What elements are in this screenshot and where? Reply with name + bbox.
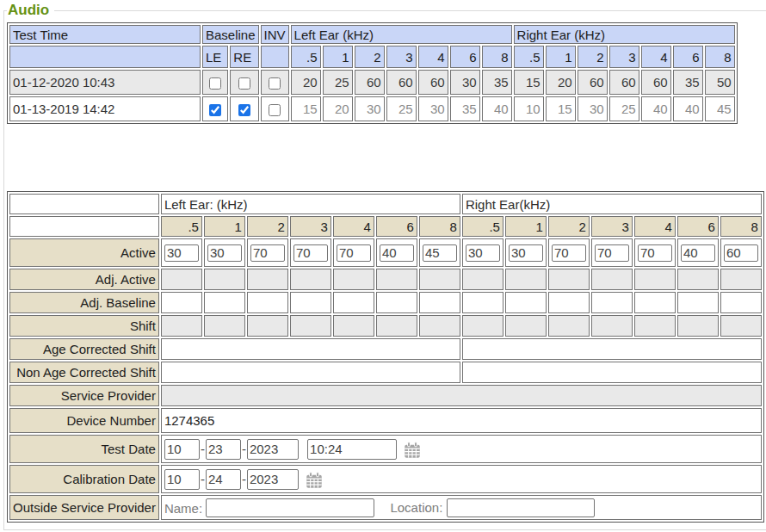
value-cell: 50 (705, 70, 735, 95)
baseline-re-checkbox[interactable] (238, 104, 250, 116)
inv-checkbox[interactable] (269, 77, 281, 90)
freq-header: 6 (376, 216, 417, 237)
active-input[interactable] (681, 244, 715, 262)
test-date-day-input[interactable] (206, 439, 241, 460)
active-input[interactable] (509, 244, 543, 262)
freq-header: 4 (333, 216, 374, 237)
history-row: 01-12-2020 10:43 20 25 60 60 60 30 35 15… (9, 70, 735, 95)
outside-provider-location-input[interactable] (447, 498, 595, 517)
active-input[interactable] (250, 244, 285, 262)
calibration-date-year-input[interactable] (247, 469, 299, 490)
readonly-cell (591, 269, 633, 290)
spacer-cell (9, 194, 159, 214)
active-input[interactable] (164, 244, 199, 262)
age-corrected-shift-left (161, 338, 460, 360)
service-provider-value (161, 385, 762, 406)
spacer-header (9, 46, 201, 68)
test-date-month-input[interactable] (164, 439, 200, 460)
active-input[interactable] (207, 244, 242, 262)
readonly-cell (333, 315, 374, 337)
value-cell: 40 (641, 96, 671, 121)
freq-header: 2 (247, 216, 288, 237)
freq-header: 8 (705, 46, 735, 68)
freq-header: 1 (505, 216, 547, 237)
empty-cell (419, 292, 460, 313)
test-time-value: 01-12-2020 10:43 (9, 70, 201, 95)
freq-header: 1 (323, 46, 353, 68)
active-input[interactable] (337, 244, 371, 262)
freq-header: 2 (548, 216, 590, 237)
value-cell: 60 (355, 70, 385, 95)
test-time-input[interactable] (307, 439, 397, 460)
value-cell: 30 (418, 96, 448, 121)
active-input[interactable] (380, 244, 414, 262)
baseline-history-table: Test Time Baseline INV Left Ear (kHz) Ri… (7, 22, 738, 124)
active-input[interactable] (552, 244, 586, 262)
spacer-cell (9, 216, 159, 237)
calibration-date-day-input[interactable] (206, 469, 241, 490)
value-cell: 25 (386, 96, 417, 121)
freq-header: .5 (462, 216, 503, 237)
inv-checkbox[interactable] (269, 104, 281, 116)
value-cell: 15 (291, 96, 321, 121)
readonly-cell (419, 269, 460, 290)
value-cell: 60 (578, 70, 608, 95)
outside-provider-name-input[interactable] (206, 498, 374, 517)
baseline-re-checkbox[interactable] (238, 77, 250, 90)
empty-cell (548, 292, 590, 313)
col-header-left-ear: Left Ear (kHz) (291, 25, 512, 44)
active-input[interactable] (595, 244, 629, 262)
calibration-date-month-input[interactable] (164, 469, 200, 490)
date-separator: - (241, 472, 247, 486)
readonly-cell (677, 269, 719, 290)
device-number-value: 1274365 (161, 408, 762, 433)
value-cell: 30 (578, 96, 608, 121)
row-label-service-provider: Service Provider (9, 385, 159, 406)
age-corrected-shift-right (462, 338, 762, 360)
freq-header: 3 (591, 216, 633, 237)
active-input[interactable] (724, 244, 758, 262)
value-cell: 35 (482, 70, 512, 95)
value-cell: 45 (705, 96, 735, 121)
baseline-le-checkbox[interactable] (209, 77, 221, 90)
non-age-corrected-shift-right (462, 362, 762, 383)
calendar-icon[interactable] (306, 472, 323, 489)
freq-header: 4 (634, 216, 676, 237)
freq-header: 2 (578, 46, 608, 68)
row-label-non-age-corrected-shift: Non Age Corrected Shift (9, 362, 159, 383)
readonly-cell (204, 315, 245, 337)
baseline-le-checkbox[interactable] (209, 104, 221, 116)
left-ear-header: Left Ear: (kHz) (161, 194, 460, 214)
value-cell: 20 (291, 70, 321, 95)
spacer-header (261, 46, 289, 68)
freq-header: 3 (609, 46, 639, 68)
readonly-cell (720, 269, 762, 290)
value-cell: 35 (673, 70, 703, 95)
right-ear-header: Right Ear(kHz) (462, 194, 762, 214)
active-input[interactable] (293, 244, 328, 262)
date-separator: - (200, 472, 206, 486)
value-cell: 30 (450, 70, 480, 95)
freq-header: 6 (450, 46, 480, 68)
calendar-icon[interactable] (404, 442, 421, 459)
test-date-year-input[interactable] (247, 439, 299, 460)
readonly-cell (290, 315, 331, 337)
freq-header: 2 (355, 46, 385, 68)
empty-cell (290, 292, 331, 313)
value-cell: 35 (450, 96, 480, 121)
spacer (7, 124, 764, 191)
row-label-active: Active (9, 238, 159, 267)
active-input[interactable] (638, 244, 672, 262)
location-label: Location: (390, 500, 442, 515)
freq-header: 1 (204, 216, 245, 237)
freq-header: .5 (514, 46, 544, 68)
calibration-date-cell: -- (161, 465, 762, 493)
active-input[interactable] (423, 244, 457, 262)
freq-header: 4 (641, 46, 671, 68)
readonly-cell (677, 315, 719, 337)
active-input[interactable] (466, 244, 500, 262)
col-header-test-time: Test Time (9, 25, 201, 44)
readonly-cell (634, 269, 676, 290)
test-time-value: 01-13-2019 14:42 (9, 96, 201, 121)
value-cell: 60 (418, 70, 448, 95)
